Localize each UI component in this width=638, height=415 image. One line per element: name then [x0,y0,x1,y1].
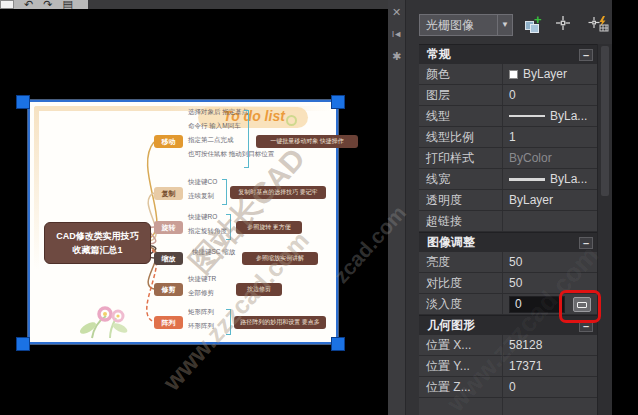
red-highlight-annotation [559,290,601,323]
row-label: 位置 X... [419,335,503,355]
row-label: 图层 [419,85,503,105]
section-header-image-adjust[interactable]: 图像调整 – [419,232,597,252]
section-title: 常规 [427,46,451,63]
collapse-icon[interactable]: – [579,49,593,61]
color-swatch [509,70,518,79]
bracket-decoration [244,110,249,168]
lineweight-glyph [509,178,545,181]
mindmap-branch-children: 快捷键CO 连续复制 [188,175,217,203]
row-label: 亮度 [419,252,503,272]
mindmap-branch-node: 缩放 [154,252,183,265]
autohide-icon[interactable]: I◄ [392,27,401,49]
toggle-pickadd-icon[interactable] [588,15,612,35]
quick-access-toolbar: ↶ ↷ ▤ [0,0,88,9]
mindmap-branch-node: 复制 [154,187,183,200]
row-label: 淡入度 [419,294,503,314]
grip-top-right[interactable] [331,95,345,109]
row-layer[interactable]: 图层 0 [419,85,597,106]
row-label: 对比度 [419,273,503,293]
row-plotstyle[interactable]: 打印样式 ByColor [419,148,597,169]
raster-image-object[interactable]: To do list CAD修改类实用技巧 收藏篇汇总1 移动 选择对象后 指定… [28,100,338,344]
mindmap-branch-children: 快捷键RO 指定旋转角度 [188,210,227,238]
mindmap-branch-node: 阵列 [154,316,183,329]
row-position-z[interactable]: 位置 Z... 0 [419,377,597,398]
properties-palette: ✕ I◄ ✱ 光栅图像 ▼ + [388,0,612,415]
linetype-glyph [509,115,545,117]
bracket-decoration [222,179,227,205]
close-icon[interactable]: ✕ [392,5,401,27]
row-value[interactable] [503,211,597,231]
palette-titlebar: ✕ I◄ ✱ [388,0,406,415]
row-label: 线宽 [419,169,503,189]
row-value[interactable]: 1 [503,127,597,147]
row-value[interactable]: ByLa... [503,169,597,189]
palette-content: 光栅图像 ▼ + [406,0,612,415]
mindmap-branch-children: 快捷键TR 全部修剪 [188,272,216,300]
flower-decoration [72,294,152,342]
bracket-decoration [226,309,231,335]
row-label: 位置 Z... [419,377,503,397]
section-title: 几何图形 [427,317,475,334]
row-color[interactable]: 颜色 ByLayer [419,64,597,85]
mindmap-callout: 按边修剪 [236,283,282,296]
row-value[interactable]: 58128 [503,335,597,355]
mindmap-branch-node: 旋转 [154,221,183,234]
row-linetype[interactable]: 线型 ByLa... [419,106,597,127]
new-file-icon[interactable] [0,0,14,9]
center-node-line1: CAD修改类实用技巧 [45,229,150,243]
mindmap-callout: 一键批量移动对象 快捷操作 [256,135,358,148]
autocad-screenshot: ↶ ↷ ▤ To do list CAD修改类实用技巧 收藏篇汇总1 移动 选择… [0,0,638,415]
row-partial [419,398,597,415]
grip-bottom-right[interactable] [331,337,345,351]
plot-icon[interactable]: ▤ [62,0,72,8]
scrollbar-thumb[interactable] [601,46,609,196]
row-brightness[interactable]: 亮度 50 [419,252,597,273]
row-label: 位置 Y... [419,356,503,376]
row-label: 超链接 [419,211,503,231]
mindmap-branch-children: 矩形阵列 环形阵列 [188,305,214,333]
redo-icon[interactable]: ↷ [43,0,52,8]
row-linetype-scale[interactable]: 线型比例 1 [419,127,597,148]
row-value[interactable]: ByLa... [503,106,597,126]
mindmap-callout: 复制时基点的选择技巧 要记牢 [230,186,326,199]
grip-top-left[interactable] [16,95,30,109]
row-label: 颜色 [419,64,503,84]
mindmap-branch-node: 修剪 [154,283,183,296]
chevron-down-icon[interactable]: ▼ [497,14,513,36]
top-toolbar-strip: ↶ ↷ ▤ [0,0,388,9]
mindmap-branch-children: 选择对象后 指定基点 命令行 输入M回车 指定第二点完成 也可按住鼠标 拖动到目… [188,105,274,161]
row-transparency[interactable]: 透明度 ByLayer [419,190,597,211]
mindmap-callout: 参照旋转 更方便 [236,221,302,234]
pick-point-icon[interactable] [555,15,579,35]
grip-bottom-left[interactable] [16,337,30,351]
row-label: 线型 [419,106,503,126]
object-type-select[interactable]: 光栅图像 [419,14,497,36]
ring-decoration-icon [286,115,297,126]
fade-value-input[interactable]: 0 [509,296,565,313]
row-value[interactable]: ByLayer [503,64,597,84]
row-value[interactable]: 0 [503,377,597,397]
row-value[interactable]: ByLayer [503,190,597,210]
row-position-x[interactable]: 位置 X... 58128 [419,335,597,356]
collapse-icon[interactable]: – [579,237,593,249]
mindmap-callout: 参照缩放实例讲解 [242,252,318,265]
undo-icon[interactable]: ↶ [24,0,33,8]
row-label [419,398,503,415]
row-value: ByColor [503,148,597,168]
palette-menu-icon[interactable]: ✱ [392,49,401,71]
row-value[interactable]: 17371 [503,356,597,376]
row-value[interactable]: 50 [503,252,597,272]
quick-select-icon[interactable]: + [522,15,546,35]
row-lineweight[interactable]: 线宽 ByLa... [419,169,597,190]
mindmap-branch-children: 快捷键SC 缩放 [192,245,235,259]
row-position-y[interactable]: 位置 Y... 17371 [419,356,597,377]
bracket-decoration [226,214,231,240]
row-hyperlink[interactable]: 超链接 [419,211,597,232]
palette-toolbar: 光栅图像 ▼ + [419,13,612,36]
row-value [503,398,597,415]
palette-scrollbar[interactable] [597,44,612,415]
section-header-general[interactable]: 常规 – [419,44,597,64]
mindmap-center-node: CAD修改类实用技巧 收藏篇汇总1 [44,222,151,264]
row-value[interactable]: 0 [503,85,597,105]
center-node-line2: 收藏篇汇总1 [45,243,150,257]
